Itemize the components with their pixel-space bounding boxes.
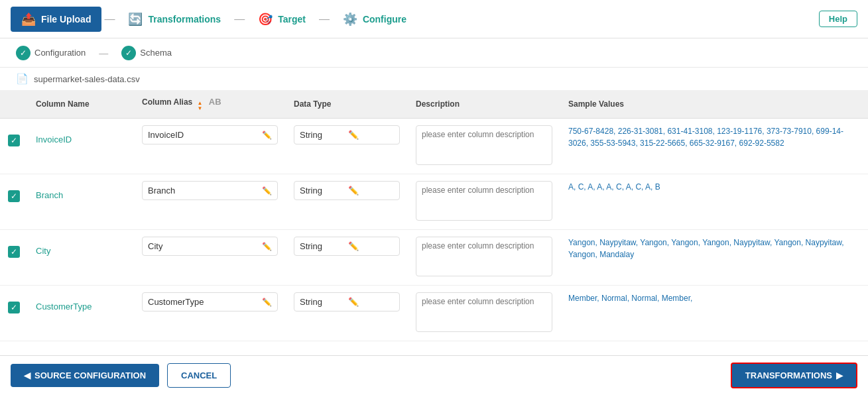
column-alias-input[interactable] (148, 297, 259, 307)
file-row: 📄 supermarket-sales-data.csv (0, 68, 868, 90)
target-icon: 🎯 (258, 12, 273, 27)
header-data-type: Data Type (286, 90, 408, 119)
type-edit-icon[interactable]: ✏️ (348, 186, 394, 196)
column-alias-cell: ✏️ (134, 174, 286, 230)
type-edit-icon[interactable]: ✏️ (348, 130, 394, 140)
sub-arrow: — (99, 48, 108, 58)
type-edit-icon[interactable]: ✏️ (348, 241, 394, 251)
table-row: ✓City✏️String✏️Yangon, Naypyitaw, Yangon… (0, 230, 868, 286)
description-input[interactable] (416, 125, 552, 165)
column-name-value: Branch (36, 181, 126, 200)
transformations-icon: 🔄 (128, 12, 143, 27)
header-select (0, 90, 28, 119)
configuration-check: ✓ (16, 46, 31, 60)
help-button[interactable]: Help (819, 11, 857, 27)
schema-table: Column Name Column Alias ▲▼ AB Data Type… (0, 90, 868, 341)
checkbox-cell: ✓ (0, 119, 28, 174)
file-name: supermarket-sales-data.csv (34, 74, 140, 84)
forward-arrow-icon: ▶ (836, 370, 843, 380)
checkbox-cell: ✓ (0, 230, 28, 286)
sample-values-text: A, C, A, A, A, C, A, C, A, B (568, 182, 660, 192)
column-name-value: InvoiceID (36, 125, 126, 144)
sub-step-configuration[interactable]: ✓ Configuration (16, 46, 86, 60)
row-checkbox-0[interactable]: ✓ (8, 135, 20, 146)
sample-values-text: 750-67-8428, 226-31-3081, 631-41-3108, 1… (568, 127, 843, 148)
column-name-cell: InvoiceID (28, 119, 134, 174)
column-name-cell: Branch (28, 174, 134, 230)
data-type-value: String (300, 130, 345, 140)
nav-arrow-3: — (319, 13, 330, 25)
table-row: ✓InvoiceID✏️String✏️750-67-8428, 226-31-… (0, 119, 868, 174)
nav-step-target[interactable]: 🎯 Target (247, 7, 316, 32)
sub-step-schema[interactable]: ✓ Schema (121, 46, 172, 60)
description-input[interactable] (416, 181, 552, 221)
row-checkbox-2[interactable]: ✓ (8, 246, 20, 258)
column-name-value: City (36, 237, 126, 256)
cancel-button[interactable]: CANCEL (167, 363, 231, 388)
column-alias-cell: ✏️ (134, 230, 286, 286)
alias-edit-icon[interactable]: ✏️ (262, 131, 272, 140)
data-type-cell: String✏️ (286, 174, 408, 230)
sort-icon[interactable]: ▲▼ (198, 101, 203, 111)
header-sample-values: Sample Values (560, 90, 868, 119)
checkbox-cell: ✓ (0, 174, 28, 230)
column-name-value: CustomerType (36, 292, 126, 311)
row-checkbox-1[interactable]: ✓ (8, 190, 20, 202)
description-cell (408, 230, 560, 286)
description-cell (408, 286, 560, 341)
data-type-cell: String✏️ (286, 230, 408, 286)
nav-arrow-1: — (104, 13, 115, 25)
data-type-value: String (300, 186, 345, 196)
table-row: ✓CustomerType✏️String✏️Member, Normal, N… (0, 286, 868, 341)
table-header-row: Column Name Column Alias ▲▼ AB Data Type… (0, 90, 868, 119)
nav-arrow-2: — (234, 13, 245, 25)
column-alias-input[interactable] (148, 241, 259, 251)
file-upload-icon: 📤 (21, 12, 36, 27)
top-navigation: 📤 File Upload — 🔄 Transformations — 🎯 Ta… (0, 0, 868, 38)
header-column-alias: Column Alias ▲▼ AB (134, 90, 286, 119)
checkbox-cell: ✓ (0, 286, 28, 341)
schema-table-container: Column Name Column Alias ▲▼ AB Data Type… (0, 90, 868, 354)
row-checkbox-3[interactable]: ✓ (8, 302, 20, 313)
sample-values-text: Member, Normal, Normal, Member, (568, 294, 692, 303)
sample-values-text: Yangon, Naypyitaw, Yangon, Yangon, Yango… (568, 238, 844, 259)
type-edit-icon[interactable]: ✏️ (348, 297, 394, 307)
ab-icon: AB (209, 97, 221, 107)
description-cell (408, 174, 560, 230)
header-description: Description (408, 90, 560, 119)
column-alias-cell: ✏️ (134, 286, 286, 341)
sample-values-cell: Member, Normal, Normal, Member, (560, 286, 868, 341)
alias-edit-icon[interactable]: ✏️ (262, 186, 272, 196)
column-alias-input[interactable] (148, 130, 259, 140)
column-alias-input[interactable] (148, 186, 259, 196)
description-cell (408, 119, 560, 174)
data-type-value: String (300, 297, 345, 307)
description-input[interactable] (416, 237, 552, 276)
header-column-name: Column Name (28, 90, 134, 119)
schema-check: ✓ (121, 46, 136, 60)
alias-edit-icon[interactable]: ✏️ (262, 298, 272, 307)
data-type-value: String (300, 241, 345, 251)
nav-step-configure[interactable]: ⚙️ Configure (332, 7, 417, 32)
transformations-button[interactable]: TRANSFORMATIONS ▶ (731, 363, 857, 388)
column-alias-cell: ✏️ (134, 119, 286, 174)
nav-step-file-upload[interactable]: 📤 File Upload (11, 7, 101, 32)
data-type-cell: String✏️ (286, 119, 408, 174)
source-config-button[interactable]: ◀ SOURCE CONFIGURATION (11, 364, 159, 387)
description-input[interactable] (416, 292, 552, 332)
configure-icon: ⚙️ (343, 12, 357, 27)
sample-values-cell: 750-67-8428, 226-31-3081, 631-41-3108, 1… (560, 119, 868, 174)
column-name-cell: City (28, 230, 134, 286)
file-icon: 📄 (16, 73, 29, 85)
data-type-cell: String✏️ (286, 286, 408, 341)
column-name-cell: CustomerType (28, 286, 134, 341)
sample-values-cell: A, C, A, A, A, C, A, C, A, B (560, 174, 868, 230)
nav-step-transformations[interactable]: 🔄 Transformations (117, 7, 231, 32)
back-arrow-icon: ◀ (24, 370, 31, 380)
bottom-bar: ◀ SOURCE CONFIGURATION CANCEL TRANSFORMA… (0, 355, 868, 395)
table-row: ✓Branch✏️String✏️A, C, A, A, A, C, A, C,… (0, 174, 868, 230)
sub-navigation: ✓ Configuration — ✓ Schema (0, 38, 868, 68)
sample-values-cell: Yangon, Naypyitaw, Yangon, Yangon, Yango… (560, 230, 868, 286)
alias-edit-icon[interactable]: ✏️ (262, 242, 272, 251)
